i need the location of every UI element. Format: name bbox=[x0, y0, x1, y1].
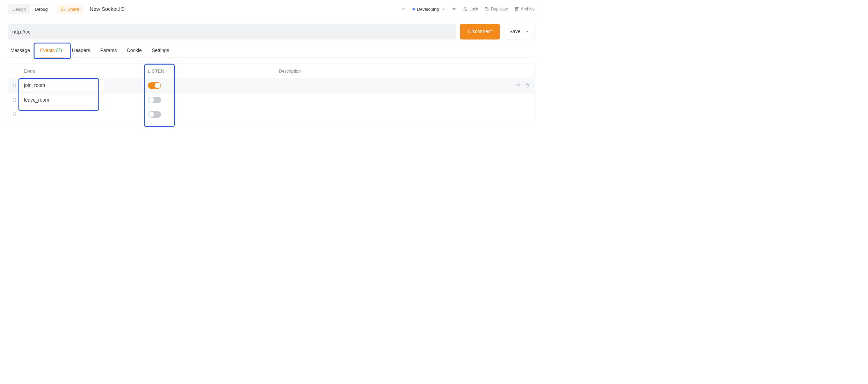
event-name-input[interactable] bbox=[21, 94, 104, 105]
table-header-row: Event LISTEN Description bbox=[8, 64, 534, 78]
request-tabs: Message Events (2) Headers Params Cookie… bbox=[8, 44, 535, 58]
svg-rect-0 bbox=[464, 9, 466, 11]
svg-point-3 bbox=[15, 83, 16, 84]
lock-button[interactable]: Lock bbox=[463, 7, 478, 12]
lock-icon bbox=[463, 7, 468, 12]
drag-icon bbox=[13, 112, 16, 117]
save-button[interactable]: Save bbox=[504, 24, 535, 39]
listen-toggle[interactable] bbox=[148, 111, 161, 118]
generate-code-button[interactable] bbox=[402, 7, 407, 12]
event-name-input[interactable] bbox=[21, 80, 104, 91]
svg-point-17 bbox=[15, 114, 16, 115]
status-dot-icon bbox=[413, 8, 415, 10]
listen-toggle[interactable] bbox=[148, 97, 161, 103]
url-input[interactable] bbox=[8, 24, 456, 39]
chevron-down-icon bbox=[525, 29, 529, 34]
magic-icon bbox=[516, 83, 521, 88]
header-listen: LISTEN bbox=[148, 68, 279, 73]
svg-point-2 bbox=[13, 83, 14, 84]
svg-point-19 bbox=[15, 116, 16, 117]
insert-variable-button[interactable] bbox=[516, 83, 521, 88]
drag-handle[interactable] bbox=[8, 97, 21, 102]
drag-handle[interactable] bbox=[8, 83, 21, 88]
mode-toggle: Design Debug bbox=[8, 4, 52, 14]
environment-selector[interactable]: Developing bbox=[413, 7, 446, 12]
archive-icon bbox=[514, 7, 519, 12]
drag-icon bbox=[13, 83, 16, 88]
share-icon bbox=[60, 7, 65, 12]
tab-events-label: Events bbox=[40, 48, 55, 53]
disconnect-button[interactable]: Disconnect bbox=[460, 24, 500, 39]
swap-button[interactable] bbox=[452, 7, 457, 12]
events-table: Event LISTEN Description bbox=[8, 64, 535, 122]
svg-point-12 bbox=[13, 101, 14, 102]
trash-icon bbox=[525, 83, 530, 88]
debug-tab[interactable]: Debug bbox=[30, 5, 52, 14]
design-tab[interactable]: Design bbox=[8, 5, 30, 14]
svg-point-11 bbox=[15, 99, 16, 101]
tab-settings[interactable]: Settings bbox=[151, 44, 171, 58]
tab-events-count: (2) bbox=[56, 48, 62, 53]
archive-label: Archive bbox=[521, 7, 535, 12]
svg-point-18 bbox=[13, 116, 14, 117]
table-row bbox=[8, 78, 534, 93]
wand-icon bbox=[402, 7, 407, 12]
tab-cookie[interactable]: Cookie bbox=[125, 44, 143, 58]
svg-point-13 bbox=[15, 101, 16, 102]
duplicate-button[interactable]: Duplicate bbox=[484, 7, 508, 12]
header-description: Description bbox=[279, 68, 508, 73]
table-row bbox=[8, 107, 534, 121]
svg-point-7 bbox=[15, 87, 16, 88]
share-button[interactable]: Share bbox=[57, 5, 83, 14]
archive-button[interactable]: Archive bbox=[514, 7, 535, 12]
page-title: New Socket.IO bbox=[90, 6, 125, 13]
lock-label: Lock bbox=[469, 7, 478, 12]
header-event: Event bbox=[21, 68, 148, 73]
delete-row-button[interactable] bbox=[525, 83, 530, 88]
swap-icon bbox=[452, 7, 457, 12]
svg-point-9 bbox=[15, 98, 16, 99]
duplicate-icon bbox=[484, 7, 489, 12]
svg-point-6 bbox=[13, 87, 14, 88]
drag-handle[interactable] bbox=[8, 112, 21, 117]
tab-events[interactable]: Events (2) bbox=[39, 44, 63, 58]
svg-point-5 bbox=[15, 85, 16, 86]
save-label: Save bbox=[509, 29, 520, 35]
tab-headers[interactable]: Headers bbox=[71, 44, 91, 58]
svg-point-4 bbox=[13, 85, 14, 86]
svg-point-15 bbox=[15, 112, 16, 113]
listen-toggle[interactable] bbox=[148, 82, 161, 89]
svg-point-8 bbox=[13, 98, 14, 99]
tab-params[interactable]: Params bbox=[99, 44, 118, 58]
chevron-down-icon bbox=[441, 7, 446, 12]
svg-rect-1 bbox=[486, 8, 488, 11]
tab-message[interactable]: Message bbox=[9, 44, 31, 58]
table-row bbox=[8, 93, 534, 107]
svg-point-10 bbox=[13, 99, 14, 101]
svg-point-16 bbox=[13, 114, 14, 115]
share-label: Share bbox=[67, 7, 79, 12]
svg-point-14 bbox=[13, 112, 14, 113]
duplicate-label: Duplicate bbox=[491, 7, 508, 12]
environment-label: Developing bbox=[417, 7, 439, 12]
drag-icon bbox=[13, 97, 16, 102]
